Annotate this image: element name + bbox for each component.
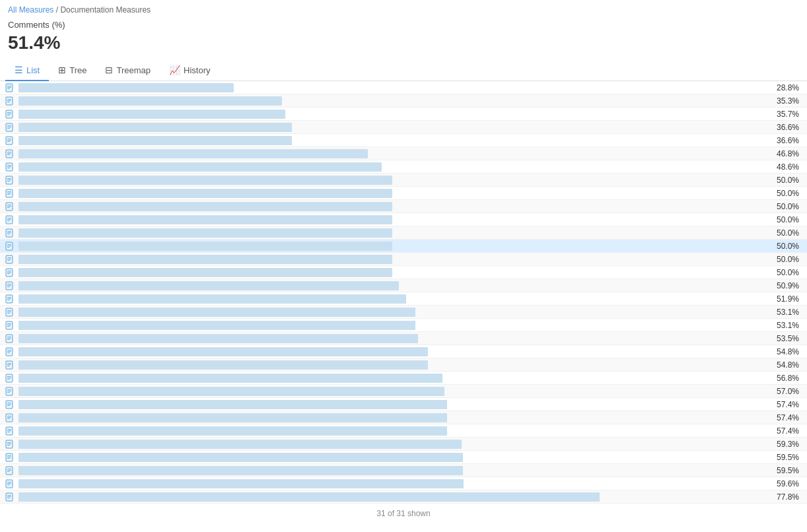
file-icon: [3, 110, 16, 119]
table-row[interactable]: 54.8%: [0, 358, 807, 372]
table-row[interactable]: 50.0%: [0, 240, 807, 253]
file-icon: [3, 255, 16, 264]
file-icon: [3, 387, 16, 396]
table-row[interactable]: 77.8%: [0, 490, 807, 504]
svg-rect-16: [6, 137, 13, 145]
table-row[interactable]: 54.8%: [0, 345, 807, 358]
table-row[interactable]: 48.6%: [0, 160, 807, 174]
row-value: 50.0%: [768, 215, 804, 224]
row-bar-container: [18, 189, 765, 198]
file-icon: [3, 228, 16, 238]
row-value: 57.4%: [768, 413, 804, 422]
svg-rect-120: [6, 480, 13, 488]
row-value: 53.5%: [768, 334, 804, 343]
table-row[interactable]: 35.7%: [0, 108, 807, 121]
table-row[interactable]: 57.4%: [0, 411, 807, 424]
row-bar-container: [18, 242, 765, 251]
table-row[interactable]: 28.8%: [0, 81, 807, 94]
row-value: 50.0%: [768, 242, 804, 251]
file-icon: [3, 176, 16, 185]
svg-rect-24: [6, 163, 13, 171]
table-row[interactable]: 50.0%: [0, 226, 807, 240]
svg-rect-100: [6, 414, 13, 422]
table-row[interactable]: 53.5%: [0, 332, 807, 345]
svg-rect-4: [6, 97, 13, 105]
table-row[interactable]: 50.0%: [0, 213, 807, 226]
table-row[interactable]: 53.1%: [0, 306, 807, 319]
row-bar-container: [18, 255, 765, 264]
table-row[interactable]: 50.0%: [0, 253, 807, 266]
row-value: 59.6%: [768, 479, 804, 488]
row-value: 59.5%: [768, 466, 804, 475]
row-value: 50.0%: [768, 255, 804, 264]
file-icon: [3, 466, 16, 475]
table-row[interactable]: 50.0%: [0, 266, 807, 279]
tab-history[interactable]: 📈 History: [160, 60, 219, 81]
svg-rect-68: [6, 308, 13, 316]
row-value: 28.8%: [768, 83, 804, 92]
row-bar: [18, 453, 463, 462]
row-value: 35.3%: [768, 96, 804, 106]
table-row[interactable]: 51.9%: [0, 292, 807, 306]
table-row[interactable]: 53.1%: [0, 319, 807, 332]
row-bar: [18, 83, 234, 92]
table-row[interactable]: 46.8%: [0, 147, 807, 160]
svg-rect-72: [6, 321, 13, 329]
svg-rect-104: [6, 427, 13, 435]
history-icon: 📈: [169, 65, 180, 75]
row-value: 51.9%: [768, 294, 804, 304]
table-row[interactable]: 57.4%: [0, 398, 807, 411]
row-bar-container: [18, 426, 765, 436]
row-value: 50.9%: [768, 281, 804, 290]
table-row[interactable]: 59.5%: [0, 451, 807, 464]
row-bar: [18, 440, 462, 449]
row-bar: [18, 413, 447, 422]
table-row[interactable]: 56.8%: [0, 372, 807, 385]
table-row[interactable]: 35.3%: [0, 94, 807, 108]
row-bar: [18, 202, 392, 211]
table-row[interactable]: 57.4%: [0, 424, 807, 438]
file-icon: [3, 96, 16, 106]
svg-rect-52: [6, 255, 13, 263]
row-value: 53.1%: [768, 308, 804, 317]
row-bar: [18, 136, 292, 145]
row-bar: [18, 387, 444, 396]
svg-rect-116: [6, 467, 13, 475]
row-bar-container: [18, 162, 765, 172]
svg-rect-28: [6, 176, 13, 184]
svg-rect-84: [6, 361, 13, 369]
row-bar-container: [18, 334, 765, 343]
measure-title: Comments (%): [0, 17, 807, 31]
table-row[interactable]: 50.9%: [0, 279, 807, 292]
breadcrumb-parent-link[interactable]: All Measures: [8, 5, 53, 15]
row-bar-container: [18, 281, 765, 290]
row-bar: [18, 255, 392, 264]
svg-rect-32: [6, 189, 13, 197]
tab-list[interactable]: ☰ List: [5, 60, 49, 81]
svg-rect-76: [6, 335, 13, 343]
table-row[interactable]: 57.0%: [0, 385, 807, 398]
row-bar-container: [18, 228, 765, 238]
tabs-container: ☰ List ⊞ Tree ⊟ Treemap 📈 History: [0, 60, 807, 81]
file-icon: [3, 334, 16, 343]
table-row[interactable]: 36.6%: [0, 121, 807, 134]
row-bar: [18, 479, 464, 488]
svg-rect-88: [6, 374, 13, 382]
table-row[interactable]: 36.6%: [0, 134, 807, 147]
table-row[interactable]: 59.6%: [0, 477, 807, 490]
tab-treemap[interactable]: ⊟ Treemap: [96, 60, 160, 81]
tab-tree[interactable]: ⊞ Tree: [49, 60, 96, 81]
footer: 31 of 31 shown: [0, 504, 807, 523]
file-icon: [3, 83, 16, 92]
svg-rect-108: [6, 440, 13, 448]
table-row[interactable]: 59.5%: [0, 464, 807, 477]
row-bar-container: [18, 294, 765, 304]
table-row[interactable]: 50.0%: [0, 200, 807, 213]
row-value: 77.8%: [768, 492, 804, 502]
table-row[interactable]: 59.3%: [0, 438, 807, 451]
table-row[interactable]: 50.0%: [0, 174, 807, 187]
table-row[interactable]: 50.0%: [0, 187, 807, 200]
row-bar: [18, 321, 415, 330]
row-value: 50.0%: [768, 202, 804, 211]
svg-rect-12: [6, 123, 13, 131]
